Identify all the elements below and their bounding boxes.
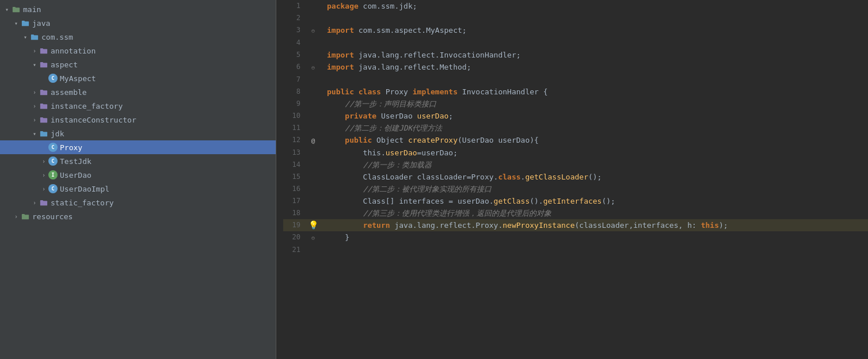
code-cell: private UserDao userDao; [320,110,868,122]
code-line-18: 18 //第三步：使用代理类进行增强，返回的是代理后的对象 [283,207,868,219]
chevron-icon [39,156,48,166]
line-number: 19 [283,219,306,231]
chevron-icon [12,18,21,28]
code-cell: package com.ssm.jdk; [320,0,868,12]
svg-rect-0 [13,7,20,12]
line-number: 9 [283,98,306,110]
gutter-cell [306,74,320,86]
code-cell: //第二步：创建JDK代理方法 [320,122,868,134]
line-number: 2 [283,12,306,24]
fold-icon[interactable]: ⊖ [311,28,315,34]
tree-item-aspect[interactable]: aspect [0,58,276,71]
tree-item-instance_factory[interactable]: instance_factory [0,99,276,113]
code-cell: import com.ssm.aspect.MyAspect; [320,24,868,37]
override-icon: @ [311,137,315,144]
code-line-10: 10 private UserDao userDao; [283,110,868,122]
code-line-8: 8public class Proxy implements Invocatio… [283,86,868,98]
gutter-cell [306,122,320,134]
tree-item-jdk[interactable]: jdk [0,127,276,140]
svg-rect-5 [40,90,47,95]
gutter-cell [306,0,320,12]
line-number: 21 [283,244,306,256]
code-line-19: 19💡 return java.lang.reflect.Proxy.newPr… [283,219,868,231]
spacer [39,74,48,83]
code-line-21: 21 [283,244,868,256]
item-label: UserDao [60,171,92,180]
code-line-7: 7 [283,74,868,86]
tree-item-static_factory[interactable]: static_factory [0,196,276,209]
tree-item-UserDao[interactable]: IUserDao [0,168,276,182]
folder-icon [39,129,48,138]
gutter-cell [306,12,320,24]
tree-item-assemble[interactable]: assemble [0,85,276,99]
gutter-cell: @ [306,134,320,147]
gutter-cell [306,207,320,219]
gutter-cell [306,244,320,256]
gutter-cell: ⊖ [306,24,320,37]
chevron-icon [30,101,39,110]
code-cell: this.userDao=userDao; [320,147,868,159]
chevron-icon [30,87,39,97]
tree-item-java[interactable]: java [0,16,276,30]
tree-item-instanceConstructor[interactable]: instanceConstructor [0,113,276,127]
item-label: main [23,5,41,14]
code-line-20: 20⊖ } [283,231,868,244]
code-cell: import java.lang.reflect.InvocationHandl… [320,49,868,61]
line-number: 14 [283,159,306,171]
gutter-cell [306,183,320,195]
code-cell: //第三步：使用代理类进行增强，返回的是代理后的对象 [320,207,868,219]
line-number: 5 [283,49,306,61]
code-cell: } [320,231,868,244]
folder-icon [39,198,48,207]
gutter-cell: 💡 [306,219,320,231]
line-number: 1 [283,0,306,12]
item-label: assemble [51,88,87,97]
code-line-5: 5import java.lang.reflect.InvocationHand… [283,49,868,61]
gutter-cell [306,159,320,171]
code-line-13: 13 this.userDao=userDao; [283,147,868,159]
warning-icon: 💡 [309,220,318,230]
tree-item-MyAspect[interactable]: CMyAspect [0,71,276,85]
code-line-12: 12@ public Object createProxy(UserDao us… [283,134,868,147]
item-label: java [32,19,50,28]
fold-icon[interactable]: ⊖ [311,235,315,241]
code-line-11: 11 //第二步：创建JDK代理方法 [283,122,868,134]
chevron-icon [30,115,39,124]
code-cell: ClassLoader classLoader=Proxy.class.getC… [320,171,868,183]
file-tree[interactable]: main java com.ssm annotation aspectCMyAs… [0,0,276,359]
fold-icon[interactable]: ⊖ [311,64,315,71]
tree-item-annotation[interactable]: annotation [0,44,276,58]
gutter-cell [306,49,320,61]
folder-icon [30,32,39,41]
class-badge: C [48,156,58,166]
tree-item-UserDaoImpl[interactable]: CUserDaoImpl [0,182,276,196]
code-line-14: 14 //第一步：类加载器 [283,159,868,171]
svg-rect-8 [40,132,47,136]
item-label: instance_factory [51,102,123,110]
item-label: Proxy [60,143,82,152]
line-number: 6 [283,61,306,74]
code-cell: import java.lang.reflect.Method; [320,61,868,74]
tree-item-Proxy[interactable]: CProxy [0,140,276,154]
gutter-cell [306,86,320,98]
line-number: 18 [283,207,306,219]
chevron-icon [39,184,48,193]
gutter-cell [306,195,320,207]
spacer [39,143,48,152]
folder-icon [39,101,48,110]
code-line-16: 16 //第二步：被代理对象实现的所有接口 [283,183,868,195]
folder-icon [39,46,48,55]
svg-rect-3 [40,49,47,54]
line-number: 7 [283,74,306,86]
folder-icon [21,212,30,221]
tree-item-com.ssm[interactable]: com.ssm [0,30,276,44]
code-content: 1package com.ssm.jdk;23⊖import com.ssm.a… [276,0,868,359]
interface-badge: I [48,170,58,180]
code-cell: //第一步：类加载器 [320,159,868,171]
gutter-cell [306,110,320,122]
tree-item-main[interactable]: main [0,2,276,16]
svg-rect-9 [40,201,47,205]
tree-item-resources[interactable]: resources [0,209,276,223]
item-label: aspect [51,60,78,69]
tree-item-TestJdk[interactable]: CTestJdk [0,154,276,168]
